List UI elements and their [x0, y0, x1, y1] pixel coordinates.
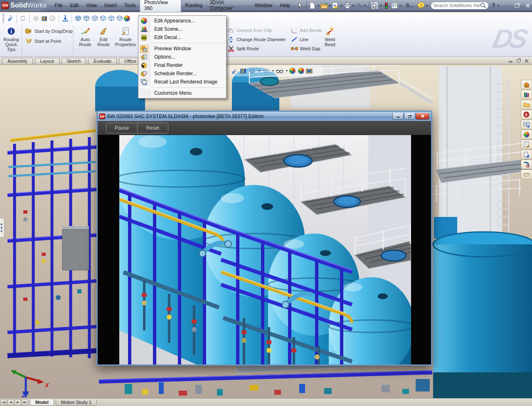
route-properties-button[interactable]: Route Properties [113, 26, 138, 47]
hide-show-glasses-icon[interactable] [276, 67, 284, 75]
appearance-ball-icon[interactable] [124, 15, 130, 22]
next-tab-icon[interactable]: ▶ [15, 399, 21, 406]
menu-item-edit-scene[interactable]: Edit Scene... [138, 25, 226, 33]
auto-route-button[interactable]: Auto Route [76, 26, 95, 47]
view-cube-left-icon[interactable] [91, 14, 99, 22]
app-restore-button[interactable] [512, 2, 521, 9]
home-icon[interactable] [521, 80, 532, 89]
doc-close-icon[interactable] [525, 59, 529, 63]
unhook-from-clip-button[interactable]: Unhook from Clip [228, 27, 272, 34]
motion-study-tab[interactable]: Motion Study 1 [56, 399, 97, 406]
menu-3dvia-composer[interactable]: 3DVIA Composer [206, 0, 251, 12]
app-minimize-button[interactable] [502, 2, 511, 9]
tab-evaluate[interactable]: Evaluate [88, 58, 117, 64]
line-button[interactable]: Line [291, 36, 308, 43]
pin-menubar-icon[interactable] [296, 2, 302, 8]
start-at-point-button[interactable]: Start at Point [25, 37, 61, 45]
menu-photoview-360[interactable]: PhotoView 360 [140, 0, 181, 12]
preview-window-titlebar[interactable]: SW SW 020083 SAC SYSTEM.SLDASM - photovi… [98, 112, 431, 121]
search-icon[interactable] [480, 2, 486, 8]
display-style-cube-icon[interactable] [262, 67, 270, 75]
toolbar-drag-handle[interactable] [2, 14, 4, 23]
add-bends-button[interactable]: Add Bends [291, 27, 322, 34]
preview-close-button[interactable] [416, 113, 429, 120]
design-library-icon[interactable] [521, 90, 532, 99]
options-dropdown-icon[interactable] [399, 0, 402, 11]
menu-item-edit-appearance[interactable]: Edit Appearance... [138, 17, 226, 25]
custom-properties-icon[interactable] [521, 140, 532, 149]
pause-button[interactable]: Pause [106, 123, 137, 133]
file-explorer-icon[interactable] [521, 100, 532, 109]
routing-quick-tips-button[interactable]: Routing Quick Tips [2, 26, 21, 52]
preview-minimize-button[interactable] [392, 113, 404, 120]
toolbox-icon[interactable]: $ [521, 110, 532, 119]
edit-appearance-spray-icon[interactable] [6, 14, 14, 22]
help-question-button[interactable]: ? [490, 2, 497, 8]
routing-library-icon[interactable] [521, 160, 532, 169]
menu-view[interactable]: View [82, 2, 101, 9]
view-settings-icon[interactable] [305, 67, 313, 75]
tab-layout[interactable]: Layout [35, 58, 59, 64]
options-list-icon[interactable] [390, 1, 398, 10]
prev-tab-icon[interactable]: ◀ [7, 399, 14, 406]
refresh-icon[interactable] [19, 14, 27, 22]
view-orientation-cube-icon[interactable] [248, 67, 256, 75]
featuremanager-collapsed-tab[interactable] [0, 218, 5, 238]
apply-decal-icon[interactable] [40, 14, 48, 22]
model-tab[interactable]: Model [30, 399, 54, 406]
menu-window[interactable]: Window [251, 2, 276, 9]
menu-item-options[interactable]: Options... [138, 53, 226, 61]
menu-item-final-render[interactable]: Final Render [138, 61, 226, 69]
first-tab-icon[interactable]: |◀ [0, 399, 7, 406]
menu-item-schedule-render[interactable]: Schedule Render... [138, 69, 226, 78]
hide-show-dropdown-icon[interactable] [285, 65, 288, 76]
measure-icon[interactable] [521, 170, 532, 179]
new-dropdown-icon[interactable] [316, 0, 320, 11]
zoom-spray-icon[interactable] [230, 67, 238, 75]
shaded-cube-icon[interactable] [32, 14, 40, 22]
menu-routing[interactable]: Routing [181, 2, 206, 9]
undo-dropdown-icon[interactable] [363, 0, 367, 11]
edit-route-button[interactable]: Edit Route [95, 26, 112, 47]
new-document-icon[interactable] [308, 1, 316, 10]
undo-icon[interactable] [355, 1, 363, 10]
help-search[interactable] [431, 2, 489, 10]
change-route-diameter-button[interactable]: Change Route Diameter [228, 36, 286, 43]
open-dropdown-icon[interactable] [328, 0, 332, 11]
select-arrow-icon[interactable] [371, 1, 379, 10]
help-balloon-dropdown-icon[interactable] [425, 0, 429, 11]
menu-help[interactable]: Help [276, 2, 294, 9]
tab-assembly[interactable]: Assembly [2, 58, 33, 64]
view-cube-right-icon[interactable] [99, 14, 107, 22]
render-sphere-icon[interactable] [48, 14, 57, 22]
traffic-light-icon[interactable] [382, 1, 390, 10]
preview-restore-button[interactable] [404, 113, 415, 120]
doc-restore-icon[interactable] [517, 59, 520, 62]
normal-to-icon[interactable] [61, 14, 69, 22]
printer-dropdown-icon[interactable] [352, 0, 355, 11]
edit-appearance-ball-icon[interactable] [289, 68, 296, 74]
photoview-preview-window[interactable]: SW SW 020083 SAC SYSTEM.SLDASM - photovi… [96, 111, 432, 366]
menu-tools[interactable]: Tools [121, 2, 140, 9]
app-close-button[interactable] [523, 2, 532, 9]
doc-minimize-icon[interactable] [509, 61, 512, 62]
start-by-dragdrop-button[interactable]: Start by Drag/Drop [25, 27, 73, 35]
apply-scene-icon[interactable] [239, 67, 247, 75]
menu-item-preview-window[interactable]: Preview Window [138, 44, 226, 53]
tab-sketch[interactable]: Sketch [62, 58, 86, 64]
search-input[interactable] [433, 3, 480, 8]
weld-gap-button[interactable]: Weld Gap [291, 45, 320, 52]
last-tab-icon[interactable]: ▶| [22, 399, 28, 406]
menu-item-edit-decal[interactable]: Edit Decal... [138, 33, 226, 42]
apply-scene-ball-icon[interactable] [298, 68, 304, 74]
view-palette-icon[interactable] [521, 120, 532, 129]
select-dropdown-icon[interactable] [379, 0, 382, 11]
display-style-dropdown-icon[interactable] [271, 65, 275, 76]
appearances-icon[interactable] [521, 130, 532, 139]
reset-button[interactable]: Reset [137, 123, 168, 133]
split-route-button[interactable]: Split Route [228, 45, 259, 52]
truncated-toolbar-button[interactable]: S... [402, 2, 417, 9]
open-icon[interactable] [320, 1, 328, 10]
menu-item-recall-last-rendered[interactable]: Recall Last Rendered Image [138, 78, 226, 86]
menu-item-customize-menu[interactable]: Customize Menu [138, 89, 226, 97]
